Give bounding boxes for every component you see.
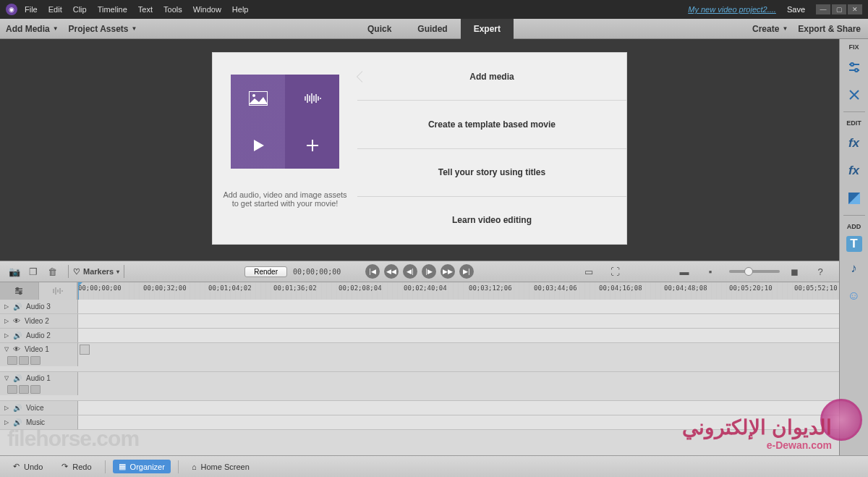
help-icon[interactable]: ? xyxy=(813,264,827,279)
safe-margins-icon[interactable]: ▭ xyxy=(582,264,596,279)
window-minimize-icon[interactable]: — xyxy=(816,4,830,14)
track-header[interactable]: ▷🔊Voice xyxy=(0,401,78,415)
eye-icon[interactable]: 👁 xyxy=(13,317,20,325)
organizer-button[interactable]: ▦Organizer xyxy=(113,460,171,473)
timecode-display[interactable]: 00;00;00;00 xyxy=(293,268,341,276)
track-lane[interactable] xyxy=(78,314,839,328)
render-button[interactable]: Render xyxy=(244,266,287,277)
add-media-button[interactable]: Add Media▼ xyxy=(6,24,59,34)
fx-pencil-icon[interactable]: fx xyxy=(843,132,865,154)
fx-icon[interactable]: fx xyxy=(843,160,865,182)
time-ruler[interactable]: 00;00;00;0000;00;32;0000;01;04;0200;01;3… xyxy=(78,282,839,300)
menu-window[interactable]: Window xyxy=(193,5,221,14)
speaker-icon[interactable]: 🔊 xyxy=(13,418,22,426)
track-header[interactable]: ▽🔊Audio 1 xyxy=(0,372,78,395)
duplicate-icon[interactable]: ❐ xyxy=(26,264,41,279)
menu-tools[interactable]: Tools xyxy=(163,5,182,14)
undo-button[interactable]: ↶Undo xyxy=(7,460,48,473)
secondary-toolbar: Add Media▼ Project Assets▼ Quick Guided … xyxy=(0,19,868,39)
tab-quick[interactable]: Quick xyxy=(354,19,404,39)
step-forward-icon[interactable]: |▶ xyxy=(422,264,436,279)
expand-icon[interactable]: ▷ xyxy=(4,405,9,411)
goto-end-icon[interactable]: ▶| xyxy=(459,264,474,279)
track-option-chip[interactable] xyxy=(7,385,17,394)
fullscreen-icon[interactable]: ⛶ xyxy=(608,264,622,279)
step-back-icon[interactable]: ◀| xyxy=(403,264,417,279)
collapse-icon[interactable]: ▽ xyxy=(4,375,9,381)
speaker-icon[interactable]: 🔊 xyxy=(13,374,22,382)
graphics-icon[interactable]: ☺ xyxy=(843,285,865,307)
rewind-icon[interactable]: ◀◀ xyxy=(384,264,399,279)
ruler-tick: 00;01;36;02 xyxy=(273,284,317,292)
eye-icon[interactable]: 👁 xyxy=(13,345,20,353)
playhead[interactable] xyxy=(78,282,79,300)
zoom-out-icon[interactable]: ▬ xyxy=(677,264,692,279)
waveform-toggle-icon[interactable] xyxy=(39,282,78,300)
track-option-chip[interactable] xyxy=(7,356,17,365)
track-lane[interactable] xyxy=(78,300,839,313)
menu-file[interactable]: File xyxy=(25,5,38,14)
track-header[interactable]: ▽👁Video 1 xyxy=(0,343,78,366)
menu-edit[interactable]: Edit xyxy=(48,5,62,14)
track-controls xyxy=(4,384,43,395)
track-header-toggle-icon[interactable] xyxy=(0,282,39,300)
adjust-icon[interactable] xyxy=(843,56,865,78)
welcome-story-titles[interactable]: Tell your story using titles xyxy=(357,149,626,197)
export-share-button[interactable]: Export & Share xyxy=(798,24,861,34)
track-option-chip[interactable] xyxy=(19,356,29,365)
track-header[interactable]: ▷🔊Audio 2 xyxy=(0,329,78,342)
track-lane[interactable] xyxy=(78,329,839,342)
expand-icon[interactable]: ▷ xyxy=(4,419,9,426)
speaker-icon[interactable]: 🔊 xyxy=(13,303,22,311)
svg-point-1 xyxy=(252,94,255,97)
expand-icon[interactable]: ▷ xyxy=(4,332,9,339)
markers-button[interactable]: ♡Markers▾ xyxy=(73,267,119,277)
main-menu: File Edit Clip Timeline Text Tools Windo… xyxy=(25,5,248,14)
track-header[interactable]: ▷🔊Audio 3 xyxy=(0,300,78,313)
project-assets-button[interactable]: Project Assets▼ xyxy=(69,24,137,34)
welcome-add-media[interactable]: Add media xyxy=(357,53,626,101)
goto-start-icon[interactable]: |◀ xyxy=(365,264,380,279)
track-name: Audio 2 xyxy=(26,332,51,339)
expand-icon[interactable]: ▷ xyxy=(4,303,9,310)
tab-expert[interactable]: Expert xyxy=(461,19,514,39)
expand-icon[interactable]: ▷ xyxy=(4,318,9,324)
tools-icon[interactable] xyxy=(843,84,865,106)
project-name-link[interactable]: My new video project2.... xyxy=(688,5,776,14)
tab-guided[interactable]: Guided xyxy=(404,19,460,39)
redo-button[interactable]: ↷Redo xyxy=(56,460,97,473)
welcome-learn-editing[interactable]: Learn video editing xyxy=(357,197,626,244)
side-header-edit: EDIT xyxy=(846,115,861,130)
home-screen-button[interactable]: ⌂Home Screen xyxy=(186,460,255,473)
menu-help[interactable]: Help xyxy=(232,5,249,14)
snapshot-icon[interactable]: 📷 xyxy=(7,264,22,279)
zoom-fit-icon[interactable]: ▪ xyxy=(703,264,718,279)
collapse-icon[interactable]: ▽ xyxy=(4,346,9,353)
transition-icon[interactable] xyxy=(843,187,865,209)
track-name: Video 2 xyxy=(25,317,49,325)
titles-icon[interactable]: T xyxy=(846,236,862,252)
speaker-icon[interactable]: 🔊 xyxy=(13,332,22,339)
speaker-icon[interactable]: 🔊 xyxy=(13,404,22,412)
fast-forward-icon[interactable]: ▶▶ xyxy=(441,264,455,279)
menu-timeline[interactable]: Timeline xyxy=(98,5,127,14)
trash-icon[interactable]: 🗑 xyxy=(45,264,59,279)
zoom-in-icon[interactable]: ◼ xyxy=(787,264,801,279)
window-close-icon[interactable]: ✕ xyxy=(848,4,862,14)
svg-point-20 xyxy=(20,292,22,295)
clip-placeholder[interactable] xyxy=(80,345,90,355)
track-option-chip[interactable] xyxy=(30,356,41,365)
welcome-template-movie[interactable]: Create a template based movie xyxy=(357,101,626,148)
menu-text[interactable]: Text xyxy=(138,5,153,14)
zoom-knob[interactable] xyxy=(744,267,753,276)
create-button[interactable]: Create▼ xyxy=(752,24,788,34)
menu-clip[interactable]: Clip xyxy=(73,5,87,14)
save-button[interactable]: Save xyxy=(787,5,805,14)
music-icon[interactable]: ♪ xyxy=(843,258,865,279)
zoom-slider[interactable] xyxy=(729,270,780,273)
track-option-chip[interactable] xyxy=(19,385,29,394)
track-option-chip[interactable] xyxy=(30,385,41,394)
track-header[interactable]: ▷👁Video 2 xyxy=(0,314,78,328)
track-lane[interactable] xyxy=(78,401,839,415)
window-maximize-icon[interactable]: ▢ xyxy=(832,4,846,14)
